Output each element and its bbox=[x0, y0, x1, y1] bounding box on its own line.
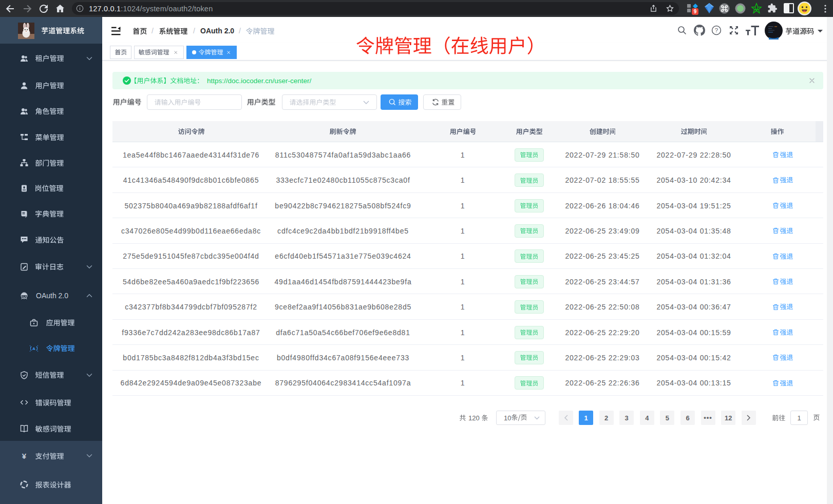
svg-text:A: A bbox=[32, 346, 35, 351]
svg-text:¥: ¥ bbox=[22, 452, 26, 460]
svg-text:?: ? bbox=[715, 27, 718, 33]
svg-text:9: 9 bbox=[694, 9, 697, 14]
